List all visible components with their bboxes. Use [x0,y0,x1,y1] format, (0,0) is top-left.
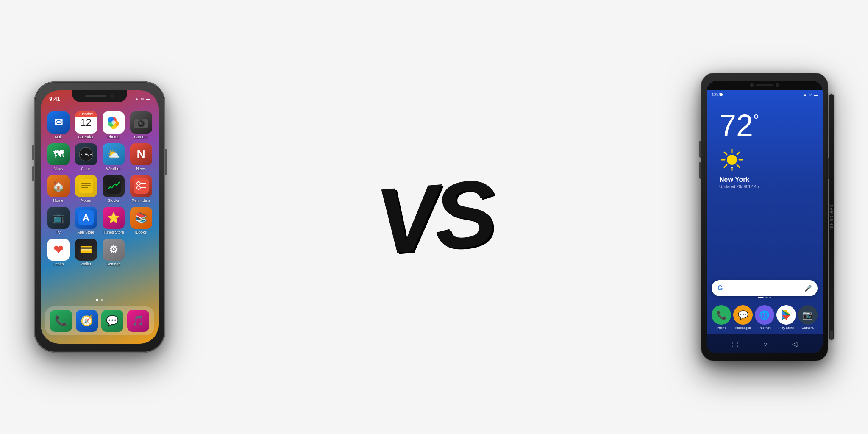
samsung-camera-icon: 📷 [798,305,818,325]
samsung-time: 12:45 [712,92,723,97]
samsung-battery: ▬ [814,92,818,97]
svg-line-38 [724,152,727,155]
app-news[interactable]: N News [129,143,153,171]
samsung-search-bar[interactable]: G 🎤 [712,280,818,296]
iphone-notch [72,90,127,102]
dock-phone[interactable]: 📞 [50,310,72,332]
weather-icon: ⛅ [103,143,125,165]
app-home[interactable]: 🏠 Home [47,175,70,203]
samsung-internet-label: Internet [759,326,770,330]
app-ibooks[interactable]: 📚 iBooks [129,207,153,234]
maps-icon: 🗺 [47,143,70,165]
svg-rect-24 [81,187,88,188]
samsung-recent-btn[interactable]: ⬚ [732,340,738,348]
vs-text: VS [372,166,496,269]
stocks-label: Stocks [108,198,119,203]
samsung-top-bezel [707,81,823,90]
svg-rect-22 [81,183,91,184]
app-clock[interactable]: Clock [74,143,97,171]
dot-1 [96,299,98,301]
svg-line-39 [737,165,740,167]
camera-icon [130,111,152,134]
app-health[interactable]: ❤ Health [47,239,70,266]
iphone-time: 9:41 [49,96,60,102]
svg-point-33 [727,155,737,165]
app-mail[interactable]: ✉ Mail [47,111,70,139]
mail-icon: ✉ [47,111,70,134]
tv-label: TV [56,230,61,234]
vs-container: VS [376,170,492,264]
iphone-status-icons: ▲ ≋ ▬ [135,97,150,101]
samsung-wrapper: 12:45 ▲ ≋ ▬ 72° [701,73,834,361]
app-photos[interactable]: Photos [102,111,125,139]
settings-label: Settings [106,262,120,266]
sun-icon [719,147,745,172]
samsung-messages-label: Messages [735,326,751,330]
s-dot-2 [765,297,768,298]
notch-camera [110,94,114,98]
samsung-back-btn[interactable]: ◁ [792,340,797,348]
app-camera[interactable]: Camera [129,111,153,139]
samsung-cam-right [776,83,779,87]
camera-label: Camera [134,135,147,139]
svg-line-40 [737,152,740,155]
reminders-icon [130,175,152,197]
samsung-body: 12:45 ▲ ≋ ▬ 72° [701,73,828,361]
dock-safari[interactable]: 🧭 [76,310,98,332]
iphone-vol-up [32,145,34,160]
samsung-phone[interactable]: 📞 Phone [712,305,731,330]
samsung-vol-up [699,141,701,158]
wallet-icon: 💳 [75,239,97,261]
home-icon: 🏠 [47,175,70,197]
samsung-internet-icon: 🌐 [755,305,774,325]
samsung-weather-widget: 72° [707,102,823,198]
spen: SAMSUNG [829,94,834,340]
samsung-page-indicators [707,297,823,298]
iphone-body: 9:41 ▲ ≋ ▬ ✉ Mail [34,81,165,353]
app-reminders[interactable]: Reminders [129,175,153,203]
svg-point-11 [139,122,141,124]
google-g-icon: G [718,284,723,292]
mail-label: Mail [55,135,62,139]
app-itunes[interactable]: ⭐ iTunes Store [102,207,125,234]
app-appstore[interactable]: A App Store [74,207,97,234]
dot-2 [101,299,103,301]
photos-icon [103,111,125,134]
ibooks-label: iBooks [135,230,147,234]
samsung-phone-icon: 📞 [712,305,731,325]
stocks-icon [103,175,125,197]
svg-rect-7 [139,117,143,120]
notes-icon [75,175,97,197]
app-maps[interactable]: 🗺 Maps [47,143,70,171]
app-weather[interactable]: ⛅ Weather [102,143,125,171]
app-settings[interactable]: ⚙ Settings [102,239,125,266]
calendar-label: Calendar [78,135,94,139]
app-calendar[interactable]: Tuesday 12 Calendar [74,111,97,139]
s-dot-3 [769,297,771,298]
dock-music[interactable]: 🎵 [127,310,149,332]
samsung-home-btn[interactable]: ○ [763,340,768,348]
dock-messages[interactable]: 💬 [101,310,123,332]
iphone-wrapper: 9:41 ▲ ≋ ▬ ✉ Mail [34,81,165,353]
app-stocks[interactable]: Stocks [102,175,125,203]
app-wallet[interactable]: 💳 Wallet [74,239,97,266]
samsung-camera[interactable]: 📷 Camera [798,305,818,330]
samsung-playstore-icon [776,305,796,325]
svg-line-41 [724,165,727,167]
app-tv[interactable]: 📺 TV [47,207,70,234]
samsung-playstore[interactable]: Play Store [776,305,796,330]
iphone-power-button [165,149,167,175]
news-icon: N [130,143,152,165]
samsung-screen: 12:45 ▲ ≋ ▬ 72° [707,81,823,353]
maps-label: Maps [53,167,63,171]
app-notes[interactable]: Notes [74,175,97,203]
samsung-playstore-label: Play Store [778,326,794,330]
samsung-updated: Updated 29/09 12:45 [719,184,759,189]
samsung-internet[interactable]: 🌐 Internet [755,305,774,330]
iphone-vol-down [32,166,34,181]
battery-icon: ▬ [146,97,150,101]
samsung-messages[interactable]: 💬 Messages [733,305,753,330]
appstore-label: App Store [77,230,94,234]
clock-label: Clock [81,167,91,171]
ibooks-icon: 📚 [130,207,152,229]
